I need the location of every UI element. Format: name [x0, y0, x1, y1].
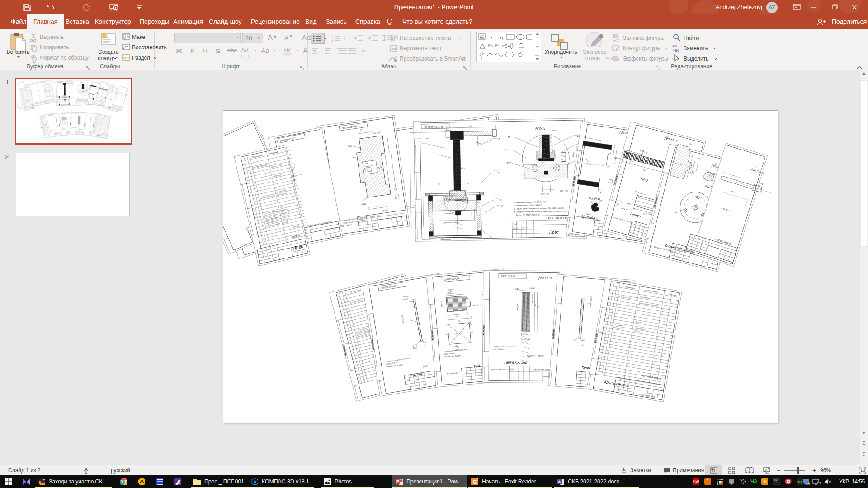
svg-text:G: G — [473, 479, 477, 485]
svg-text:3: 3 — [331, 39, 333, 42]
svg-text:EPIC: EPIC — [774, 479, 779, 482]
svg-text:SW: SW — [693, 480, 699, 484]
svg-text:P: P — [396, 479, 399, 484]
svg-text:A: A — [395, 34, 398, 38]
svg-text:W: W — [558, 480, 562, 484]
svg-text:ac: ac — [675, 48, 679, 52]
